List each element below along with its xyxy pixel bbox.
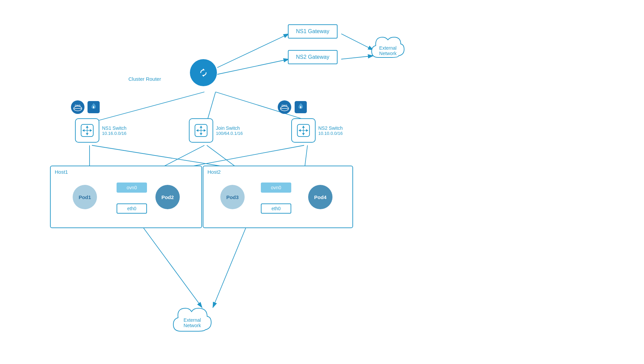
host1-ovn0: ovn0 [117,183,147,193]
host2-ovn0: ovn0 [261,183,291,193]
svg-marker-39 [200,126,202,128]
svg-marker-42 [204,129,206,132]
svg-marker-41 [196,129,198,132]
svg-text:Network: Network [183,323,201,328]
ns2-switch-label: NS2 Switch 10.10.0.0/16 [318,125,343,136]
host1-box: Host1 Pod1 ovn0 eth0 Pod2 [50,166,202,228]
svg-line-2 [217,34,289,68]
svg-text:External: External [379,45,396,51]
ns2-gateway-label: NS2 Gateway [296,54,329,60]
svg-line-5 [341,56,373,59]
host2-label: Host2 [207,169,221,175]
ns2-dns-icon: DNS [277,100,292,116]
pod4-circle: Pod4 [308,185,332,209]
ns1-switch-node: NS1 Switch 10.16.0.0/16 [75,118,126,143]
pod2-circle: Pod2 [155,185,180,209]
diagram-container: External Network External Network Cluste… [0,0,644,364]
pod3-label: Pod3 [226,194,239,200]
svg-text:External: External [183,317,201,323]
svg-marker-54 [306,129,308,132]
svg-point-21 [197,66,210,79]
svg-marker-53 [299,129,301,132]
ns1-gateway-label: NS1 Gateway [296,28,329,34]
ns1-dns-icon: DNS [70,100,85,116]
svg-line-7 [207,92,216,121]
pod2-label: Pod2 [162,194,174,200]
svg-text:Network: Network [379,51,397,56]
host2-box: Host2 Pod3 ovn0 eth0 Pod4 [203,166,353,228]
ns1-switch-box [75,118,99,143]
svg-marker-32 [86,126,89,128]
host2-eth0: eth0 [261,203,291,214]
pod1-label: Pod1 [79,194,91,200]
host1-label: Host1 [55,169,68,175]
svg-marker-34 [82,129,84,132]
svg-marker-35 [90,129,92,132]
svg-marker-33 [86,133,89,135]
svg-line-15 [142,226,202,308]
svg-marker-40 [200,133,202,135]
join-switch-label: Join Switch 100/64.0.1/16 [216,125,243,136]
join-switch-node: Join Switch 100/64.0.1/16 [189,118,243,143]
ns2-gateway-box: NS2 Gateway [288,50,338,64]
cluster-router-node [190,59,217,86]
external-network-cloud-bottom: External Network [173,308,211,331]
pod4-label: Pod4 [314,194,327,200]
svg-marker-51 [302,126,305,128]
svg-point-24 [71,100,84,114]
svg-line-16 [213,226,247,308]
svg-line-4 [341,34,373,50]
external-network-cloud-top: External Network [372,37,404,57]
svg-marker-52 [302,133,305,135]
cluster-router-label: Cluster Router [128,76,161,82]
pod1-circle: Pod1 [73,185,97,209]
ns2-switch-box [291,118,316,143]
svg-point-43 [278,100,291,114]
svg-line-3 [217,59,289,74]
ns1-switch-label: NS1 Switch 10.16.0.0/16 [102,125,126,136]
pod3-circle: Pod3 [220,185,245,209]
router-circle [190,59,217,86]
ns2-fire-icon [293,100,308,116]
ns2-gateway-node: NS2 Gateway [288,50,338,64]
join-switch-box [189,118,213,143]
host1-eth0: eth0 [117,203,147,214]
ns1-gateway-box: NS1 Gateway [288,24,338,39]
ns2-switch-node: NS2 Switch 10.10.0.0/16 [291,118,343,143]
ns1-gateway-node: NS1 Gateway [288,24,338,39]
svg-line-6 [94,92,204,122]
ns1-fire-icon [86,100,101,116]
